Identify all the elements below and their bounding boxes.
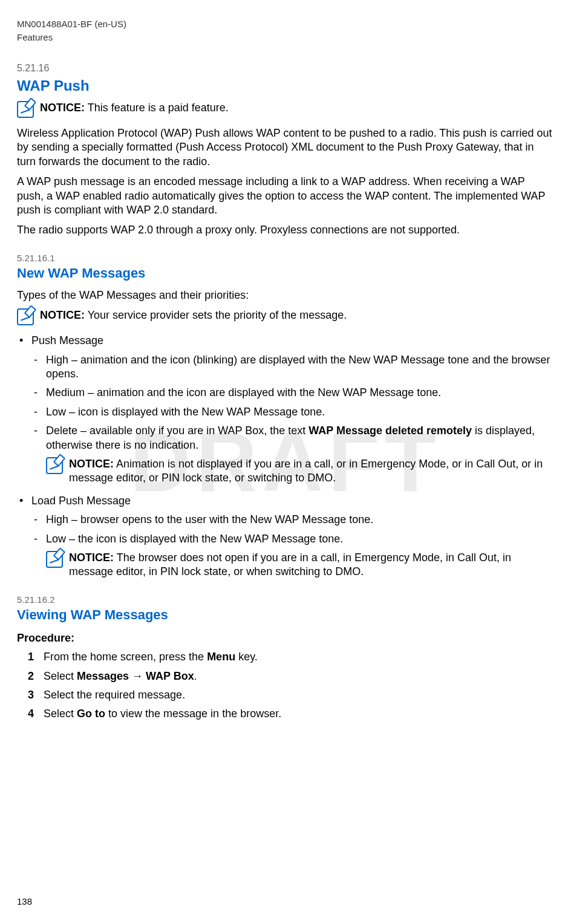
page-number: 138 — [17, 896, 32, 908]
step-number: 3 — [28, 688, 34, 702]
notice-text: NOTICE: Your service provider sets the p… — [40, 308, 554, 322]
bold-text: Go to — [77, 708, 105, 720]
list-item: High – browser opens to the user with th… — [31, 513, 554, 527]
text-fragment: Select the required message. — [44, 689, 185, 701]
section-number: 5.21.16 — [17, 62, 554, 75]
doc-section-label: Features — [17, 31, 554, 44]
subsection-title-new-wap: New WAP Messages — [17, 265, 554, 282]
step-item: 1 From the home screen, press the Menu k… — [28, 650, 554, 664]
step-item: 4 Select Go to to view the message in th… — [28, 707, 554, 721]
list-item: High – animation and the icon (blinking)… — [31, 353, 554, 382]
paragraph: Types of the WAP Messages and their prio… — [17, 288, 554, 302]
procedure-steps: 1 From the home screen, press the Menu k… — [28, 650, 554, 721]
notice-icon — [17, 308, 34, 325]
list-item-title: Push Message — [31, 334, 103, 346]
text-fragment: From the home screen, press the — [44, 651, 207, 663]
bold-text: WAP Message deleted remotely — [308, 425, 472, 437]
paragraph: The radio supports WAP 2.0 through a pro… — [17, 223, 554, 237]
notice-label: NOTICE: — [40, 309, 85, 321]
notice-paid-feature: NOTICE: This feature is a paid feature. — [17, 101, 554, 118]
list-item: Delete – available only if you are in WA… — [31, 424, 554, 452]
step-item: 3 Select the required message. — [28, 688, 554, 702]
bullet-list: Push Message High – animation and the ic… — [17, 334, 554, 579]
list-item-title: Load Push Message — [31, 495, 131, 507]
notice-label: NOTICE: — [69, 551, 114, 564]
notice-body: This feature is a paid feature. — [85, 102, 229, 114]
notice-browser: NOTICE: The browser does not open if you… — [46, 551, 554, 579]
notice-animation: NOTICE: Animation is not displayed if yo… — [46, 457, 554, 486]
paragraph: Wireless Application Protocol (WAP) Push… — [17, 126, 554, 169]
notice-label: NOTICE: — [40, 102, 85, 114]
list-item: Push Message High – animation and the ic… — [17, 334, 554, 486]
page-content: MN001488A01-BF (en-US) Features 5.21.16 … — [17, 18, 554, 721]
notice-icon — [17, 101, 34, 118]
bold-text: WAP Box — [146, 670, 194, 682]
bold-text: Menu — [207, 651, 235, 663]
notice-text: NOTICE: This feature is a paid feature. — [40, 101, 554, 115]
text-fragment: Select — [44, 708, 77, 720]
sub-list: High – browser opens to the user with th… — [31, 513, 554, 546]
text-fragment: to view the message in the browser. — [105, 708, 281, 720]
text-fragment: Delete – available only if you are in WA… — [46, 425, 308, 437]
text-fragment: key. — [235, 651, 258, 663]
step-number: 1 — [28, 650, 34, 664]
list-item: Load Push Message High – browser opens t… — [17, 494, 554, 579]
paragraph: A WAP push message is an encoded message… — [17, 175, 554, 217]
list-item: Low – icon is displayed with the New WAP… — [31, 405, 554, 419]
bold-text: Messages — [77, 670, 129, 682]
subsection-number: 5.21.16.1 — [17, 252, 554, 264]
step-number: 2 — [28, 669, 34, 683]
notice-text: NOTICE: Animation is not displayed if yo… — [69, 457, 554, 486]
notice-body: Animation is not displayed if you are in… — [69, 458, 543, 484]
text-fragment: → — [129, 670, 146, 682]
notice-icon — [46, 457, 63, 474]
text-fragment: Select — [44, 670, 77, 682]
step-item: 2 Select Messages → WAP Box. — [28, 669, 554, 683]
sub-list: High – animation and the icon (blinking)… — [31, 353, 554, 452]
notice-label: NOTICE: — [69, 458, 114, 470]
list-item: Medium – animation and the icon are disp… — [31, 386, 554, 400]
procedure-label: Procedure: — [17, 631, 554, 645]
subsection-title-viewing-wap: Viewing WAP Messages — [17, 607, 554, 624]
notice-icon — [46, 551, 63, 568]
list-item: Low – the icon is displayed with the New… — [31, 532, 554, 546]
notice-priority: NOTICE: Your service provider sets the p… — [17, 308, 554, 325]
doc-id: MN001488A01-BF (en-US) — [17, 18, 554, 30]
text-fragment: . — [194, 670, 197, 682]
section-title-wap-push: WAP Push — [17, 76, 554, 95]
notice-body: Your service provider sets the priority … — [85, 309, 347, 321]
notice-text: NOTICE: The browser does not open if you… — [69, 551, 554, 579]
subsection-number: 5.21.16.2 — [17, 594, 554, 606]
notice-body: The browser does not open if you are in … — [69, 551, 511, 578]
step-number: 4 — [28, 707, 34, 721]
